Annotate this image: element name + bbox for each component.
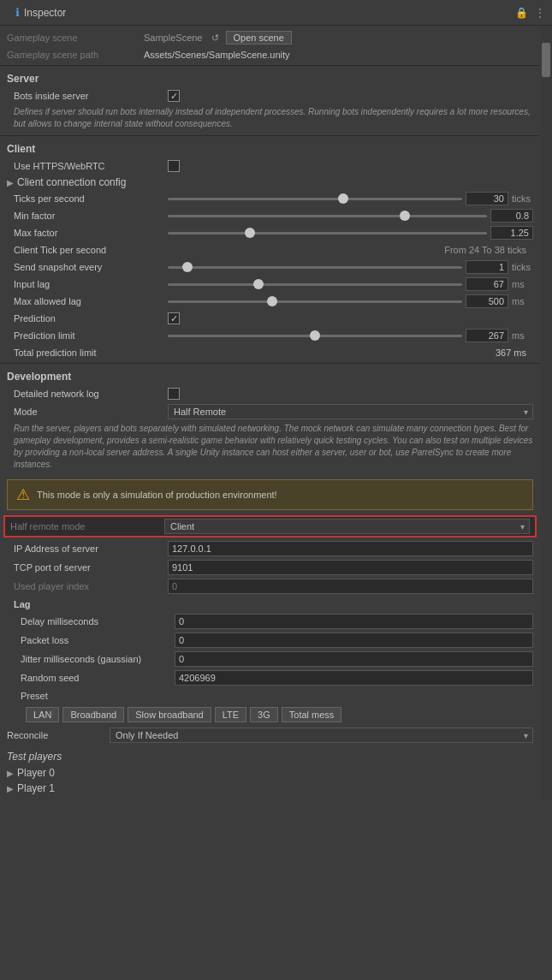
- min-factor-input[interactable]: [490, 209, 533, 223]
- packet-loss-label: Packet loss: [21, 635, 175, 645]
- menu-icon[interactable]: ⋮: [535, 7, 545, 19]
- max-lag-slider[interactable]: [168, 300, 462, 303]
- input-lag-slider[interactable]: [168, 283, 462, 286]
- player-index-value: [168, 579, 533, 594]
- total-prediction-value: 367 ms: [168, 347, 533, 358]
- max-lag-input[interactable]: [466, 294, 508, 308]
- jitter-row: Jitter milliseconds (gaussian): [0, 650, 540, 668]
- max-factor-slider-container: [168, 232, 487, 235]
- preset-broadband-button[interactable]: Broadband: [62, 707, 124, 722]
- gameplay-path-value: Assets/Scenes/SampleScene.unity: [144, 50, 533, 60]
- ticks-slider[interactable]: [168, 198, 462, 200]
- packet-loss-value: [175, 633, 533, 648]
- input-lag-label: Input lag: [14, 279, 168, 289]
- input-lag-input[interactable]: [466, 277, 508, 291]
- client-tick-fromto: From 24 To 38 ticks: [168, 245, 533, 255]
- input-lag-slider-container: [168, 283, 462, 286]
- https-row: Use HTTPS/WebRTC: [0, 157, 540, 175]
- ticks-row: Ticks per second ticks: [0, 190, 540, 207]
- delay-input[interactable]: [175, 614, 533, 629]
- packet-loss-row: Packet loss: [0, 631, 540, 650]
- warning-icon: ⚠: [16, 485, 30, 504]
- bots-checkbox[interactable]: [168, 90, 180, 102]
- packet-loss-input[interactable]: [175, 633, 533, 648]
- snapshot-value: ticks: [168, 260, 533, 274]
- tcp-value: [168, 560, 533, 575]
- prediction-checkbox[interactable]: [168, 312, 180, 324]
- reconcile-row: Reconcile Only If Needed: [0, 725, 540, 745]
- max-lag-value: ms: [168, 294, 533, 308]
- player-index-row: Used player index: [0, 577, 540, 596]
- preset-lte-button[interactable]: LTE: [215, 707, 246, 722]
- lag-section-header: Lag: [0, 596, 540, 612]
- bots-inside-server-row: Bots inside server: [0, 87, 540, 104]
- player0-arrow-icon: ▶: [7, 769, 14, 778]
- player1-item[interactable]: ▶ Player 1: [0, 781, 540, 796]
- preset-3g-button[interactable]: 3G: [250, 707, 278, 722]
- open-scene-button[interactable]: Open scene: [226, 31, 292, 45]
- bots-label: Bots inside server: [14, 91, 168, 101]
- half-remote-value-area: Client: [164, 519, 530, 534]
- client-tick-value: From 24 To 38 ticks: [168, 245, 533, 255]
- prediction-limit-slider-container: [168, 335, 462, 337]
- snapshot-slider[interactable]: [168, 266, 462, 269]
- gameplay-path-row: Gameplay scene path Assets/Scenes/Sample…: [0, 46, 540, 63]
- https-label: Use HTTPS/WebRTC: [14, 161, 168, 171]
- random-seed-input[interactable]: [175, 670, 533, 686]
- reconcile-dropdown-wrapper: Only If Needed: [110, 728, 533, 743]
- total-prediction-label: Total prediction limit: [14, 347, 168, 358]
- tcp-input[interactable]: [168, 560, 533, 575]
- snapshot-input[interactable]: [466, 260, 508, 274]
- max-factor-slider[interactable]: [168, 232, 487, 235]
- detailed-log-checkbox[interactable]: [168, 388, 180, 400]
- mode-dropdown[interactable]: Half Remote: [168, 404, 533, 419]
- max-factor-input[interactable]: [490, 226, 533, 240]
- gameplay-path-label: Gameplay scene path: [7, 50, 144, 60]
- prediction-limit-input[interactable]: [466, 329, 508, 342]
- info-icon: ℹ: [15, 6, 20, 19]
- min-factor-slider-container: [168, 215, 487, 217]
- total-prediction-display: 367 ms: [168, 347, 533, 358]
- ticks-input[interactable]: [466, 192, 508, 205]
- half-remote-dropdown[interactable]: Client: [164, 519, 530, 534]
- max-lag-label: Max allowed lag: [14, 296, 168, 306]
- ticks-label: Ticks per second: [14, 193, 168, 204]
- mode-desc: Run the server, players and bots separat…: [0, 421, 540, 474]
- ip-value: [168, 541, 533, 556]
- scrollbar[interactable]: [540, 26, 552, 799]
- preset-slow-broadband-button[interactable]: Slow broadband: [128, 707, 211, 722]
- server-section-header: Server: [0, 68, 540, 87]
- prediction-limit-slider[interactable]: [168, 335, 462, 337]
- scrollbar-thumb[interactable]: [542, 43, 550, 77]
- https-checkbox[interactable]: [168, 160, 180, 172]
- reconcile-dropdown[interactable]: Only If Needed: [110, 728, 533, 743]
- mode-label: Mode: [14, 407, 168, 417]
- prediction-limit-unit: ms: [512, 330, 533, 341]
- tcp-label: TCP port of server: [14, 562, 168, 573]
- ip-input[interactable]: [168, 541, 533, 556]
- half-remote-label: Half remote mode: [10, 521, 164, 532]
- development-section-header: Development: [0, 365, 540, 385]
- player0-label: Player 0: [17, 767, 55, 779]
- inspector-tab: ℹ Inspector: [7, 3, 74, 21]
- gameplay-scene-value: SampleScene ↺ Open scene: [144, 31, 533, 45]
- tcp-port-row: TCP port of server: [0, 558, 540, 577]
- prediction-limit-value: ms: [168, 329, 533, 342]
- preset-total-mess-button[interactable]: Total mess: [282, 707, 342, 722]
- refresh-icon[interactable]: ↺: [211, 33, 219, 44]
- jitter-value: [175, 651, 533, 667]
- inspector-title: Inspector: [24, 7, 66, 19]
- reconcile-label: Reconcile: [7, 730, 110, 740]
- snapshot-row: Send snapshot every ticks: [0, 258, 540, 276]
- connection-config-row[interactable]: ▶ Client connection config: [0, 175, 540, 190]
- ticks-unit: ticks: [512, 193, 533, 204]
- min-factor-slider[interactable]: [168, 215, 487, 217]
- lock-icon[interactable]: 🔒: [515, 7, 528, 19]
- warning-box: ⚠ This mode is only a simulation of prod…: [7, 479, 533, 510]
- player0-item[interactable]: ▶ Player 0: [0, 765, 540, 781]
- input-lag-unit: ms: [512, 279, 533, 289]
- jitter-input[interactable]: [175, 651, 533, 667]
- preset-lan-button[interactable]: LAN: [26, 707, 59, 722]
- player-index-input[interactable]: [168, 579, 533, 594]
- ticks-value: ticks: [168, 192, 533, 205]
